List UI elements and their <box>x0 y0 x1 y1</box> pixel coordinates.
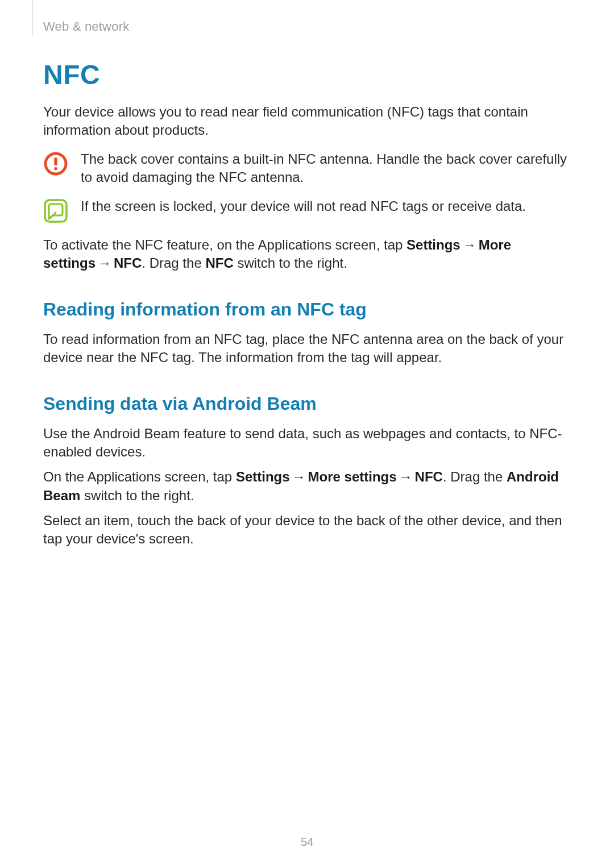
header-rule <box>25 0 32 36</box>
bold-nfc: NFC <box>415 469 443 484</box>
content-area: NFC Your device allows you to read near … <box>43 59 571 555</box>
text-fragment: . Drag the <box>142 255 205 271</box>
beam-p1: Use the Android Beam feature to send dat… <box>43 425 571 462</box>
bold-settings: Settings <box>236 469 290 484</box>
manual-page: Web & network NFC Your device allows you… <box>0 0 614 868</box>
bold-nfc-switch: NFC <box>205 255 233 271</box>
section-header: Web & network <box>43 19 129 34</box>
warning-callout: The back cover contains a built-in NFC a… <box>43 150 571 187</box>
text-fragment: On the Applications screen, tap <box>43 469 236 484</box>
text-fragment: switch to the right. <box>80 488 194 503</box>
note-text: If the screen is locked, your device wil… <box>81 197 571 215</box>
svg-rect-1 <box>54 157 57 165</box>
arrow-icon: → <box>460 237 479 252</box>
text-fragment: . Drag the <box>443 469 507 484</box>
bold-settings: Settings <box>406 237 460 252</box>
beam-p3: Select an item, touch the back of your d… <box>43 512 571 549</box>
beam-p2: On the Applications screen, tap Settings… <box>43 468 571 505</box>
page-number: 54 <box>0 836 614 849</box>
note-callout: If the screen is locked, your device wil… <box>43 197 571 223</box>
text-fragment: switch to the right. <box>234 255 347 271</box>
warning-icon <box>43 151 68 176</box>
arrow-icon: → <box>96 255 114 271</box>
note-icon <box>43 198 68 223</box>
activate-paragraph: To activate the NFC feature, on the Appl… <box>43 236 571 273</box>
bold-more-settings: More settings <box>308 469 397 484</box>
warning-text: The back cover contains a built-in NFC a… <box>81 150 571 187</box>
body-text: Your device allows you to read near fiel… <box>43 103 571 549</box>
intro-paragraph: Your device allows you to read near fiel… <box>43 103 571 140</box>
reading-heading: Reading information from an NFC tag <box>43 297 571 322</box>
bold-nfc: NFC <box>114 255 142 271</box>
svg-rect-2 <box>54 167 57 170</box>
arrow-icon: → <box>290 469 308 484</box>
reading-body: To read information from an NFC tag, pla… <box>43 330 571 367</box>
page-title: NFC <box>43 59 571 90</box>
text-fragment: To activate the NFC feature, on the Appl… <box>43 237 406 252</box>
beam-heading: Sending data via Android Beam <box>43 392 571 416</box>
arrow-icon: → <box>397 469 415 484</box>
